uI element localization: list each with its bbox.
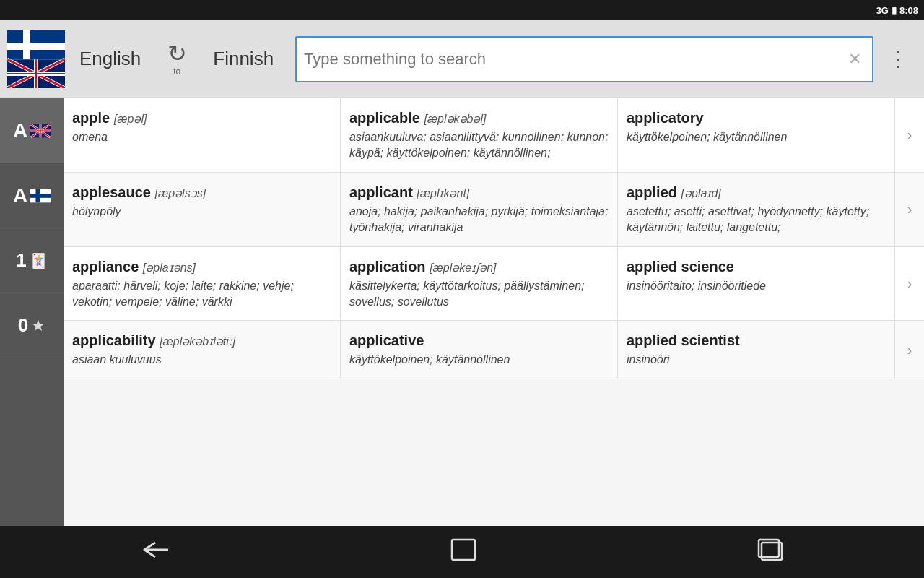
word-entry: application [æpləkeɪʃən] bbox=[349, 257, 610, 276]
battery-icon: ▮ bbox=[892, 5, 897, 16]
content-area: A A bbox=[0, 98, 924, 526]
word-translation: käyttökelpoinen; käytännöllinen bbox=[627, 129, 887, 145]
svg-rect-2 bbox=[23, 30, 30, 59]
time-display: 8:08 bbox=[899, 5, 918, 16]
word-phonetic: [æplɪkənt] bbox=[417, 187, 469, 199]
word-entry: applicant [æplɪkənt] bbox=[349, 183, 610, 202]
search-clear-button[interactable]: ✕ bbox=[848, 50, 861, 69]
menu-button[interactable]: ⋮ bbox=[881, 47, 917, 71]
table-row[interactable]: applicable [æpləkəbəl] asiaankuuluva; as… bbox=[341, 98, 618, 173]
table-row[interactable]: applicative käyttökelpoinen; käytännölli… bbox=[341, 321, 618, 379]
search-bar[interactable]: ✕ bbox=[295, 36, 873, 82]
word-translation: käsittelykerta; käyttötarkoitus; päällys… bbox=[349, 278, 610, 311]
top-bar: English ↻ to Finnish ✕ ⋮ bbox=[0, 20, 924, 98]
signal-indicator: 3G bbox=[876, 5, 889, 16]
table-row[interactable]: application [æpləkeɪʃən] käsittelykerta;… bbox=[341, 247, 618, 322]
table-row[interactable]: appliance [əplaɪəns] aparaatti; härveli;… bbox=[64, 247, 341, 322]
table-row[interactable]: applied scientist insinööri bbox=[618, 321, 895, 379]
word-translation: anoja; hakija; paikanhakija; pyrkijä; to… bbox=[349, 204, 610, 236]
swap-label: to bbox=[173, 66, 180, 77]
status-bar: 3G ▮ 8:08 bbox=[0, 0, 924, 20]
sidebar-flashcard-count: 1 bbox=[16, 249, 26, 272]
sidebar: A A bbox=[0, 98, 64, 526]
word-entry: appliance [əplaɪəns] bbox=[72, 257, 333, 276]
dictionary-grid: apple [æpəl] omena applicable [æpləkəbəl… bbox=[64, 98, 924, 379]
word-translation: asiaan kuuluvuus bbox=[72, 352, 333, 368]
word-translation: insinööri bbox=[627, 352, 887, 368]
table-row[interactable]: applicatory käyttökelpoinen; käytännölli… bbox=[618, 98, 895, 173]
dictionary-content: apple [æpəl] omena applicable [æpləkəbəl… bbox=[64, 98, 924, 526]
word-entry: applied science bbox=[627, 257, 887, 276]
table-row[interactable]: applicability [æpləkəbɪlətiː] asiaan kuu… bbox=[64, 321, 341, 379]
word-entry: applied [əplaɪd] bbox=[627, 183, 887, 202]
table-row[interactable]: applicant [æplɪkənt] anoja; hakija; paik… bbox=[341, 173, 618, 247]
sidebar-item-flashcard[interactable]: 1 🃏 bbox=[0, 228, 64, 293]
word-phonetic: [əplaɪd] bbox=[681, 187, 721, 199]
target-language[interactable]: Finnish bbox=[199, 48, 288, 70]
source-language[interactable]: English bbox=[65, 48, 155, 70]
sidebar-alpha-letter: A bbox=[13, 119, 27, 142]
word-entry: applesauce [æpəlsɔs] bbox=[72, 183, 333, 202]
sidebar-item-alpha-english[interactable]: A bbox=[0, 98, 64, 163]
word-entry: applied scientist bbox=[627, 331, 887, 350]
word-translation: käyttökelpoinen; käytännöllinen bbox=[349, 352, 610, 368]
word-entry: applicatory bbox=[627, 108, 887, 127]
row-expand-arrow[interactable]: › bbox=[895, 247, 924, 322]
sidebar-item-favorites[interactable]: 0 ★ bbox=[0, 293, 64, 358]
table-row[interactable]: applied [əplaɪd] asetettu; asetti; asett… bbox=[618, 173, 895, 247]
sidebar-favorites-count: 0 bbox=[18, 314, 28, 337]
word-translation: asiaankuuluva; asiaanliittyvä; kunnollin… bbox=[349, 129, 610, 162]
word-phonetic: [æpləkeɪʃən] bbox=[430, 262, 496, 274]
svg-rect-11 bbox=[35, 59, 37, 88]
bottom-navigation bbox=[0, 526, 924, 578]
language-selector: English ↻ to Finnish ✕ ⋮ bbox=[65, 36, 917, 82]
swap-icon: ↻ bbox=[167, 42, 187, 65]
sidebar-item-alpha-finnish[interactable]: A bbox=[0, 163, 64, 228]
word-phonetic: [æpləkəbəl] bbox=[424, 113, 486, 125]
app-container: English ↻ to Finnish ✕ ⋮ A bbox=[0, 20, 924, 578]
word-translation: insinööritaito; insinööritiede bbox=[627, 278, 887, 294]
word-translation: hölynpöly bbox=[72, 204, 333, 220]
word-entry: applicable [æpləkəbəl] bbox=[349, 108, 610, 127]
row-expand-arrow[interactable]: › bbox=[895, 173, 924, 247]
svg-rect-21 bbox=[40, 124, 40, 137]
table-row[interactable]: applied science insinööritaito; insinöör… bbox=[618, 247, 895, 322]
word-entry: apple [æpəl] bbox=[72, 108, 333, 127]
svg-rect-24 bbox=[36, 189, 40, 202]
home-button[interactable] bbox=[422, 531, 505, 574]
recent-apps-button[interactable] bbox=[728, 531, 812, 574]
word-entry: applicative bbox=[349, 331, 610, 350]
language-flag bbox=[7, 30, 65, 88]
swap-languages-button[interactable]: ↻ to bbox=[155, 38, 199, 81]
flashcard-icon: 🃏 bbox=[30, 252, 48, 269]
sidebar-fi-letter: A bbox=[13, 184, 27, 207]
word-translation: asetettu; asetti; asettivat; hyödynnetty… bbox=[627, 204, 887, 236]
table-row[interactable]: apple [æpəl] omena bbox=[64, 98, 341, 173]
status-icons: 3G ▮ 8:08 bbox=[876, 5, 918, 16]
word-phonetic: [æpləkəbɪlətiː] bbox=[160, 335, 235, 348]
word-phonetic: [æpəlsɔs] bbox=[155, 187, 206, 199]
search-input[interactable] bbox=[304, 50, 848, 69]
svg-rect-23 bbox=[30, 194, 51, 198]
back-button[interactable] bbox=[112, 532, 199, 573]
table-row[interactable]: applesauce [æpəlsɔs] hölynpöly bbox=[64, 173, 341, 247]
star-icon: ★ bbox=[31, 316, 45, 335]
word-translation: aparaatti; härveli; koje; laite; rakkine… bbox=[72, 278, 333, 311]
word-entry: applicability [æpləkəbɪlətiː] bbox=[72, 331, 333, 350]
svg-rect-26 bbox=[452, 540, 475, 560]
svg-rect-1 bbox=[7, 43, 65, 50]
row-expand-arrow[interactable]: › bbox=[895, 98, 924, 173]
word-translation: omena bbox=[72, 129, 333, 145]
word-phonetic: [əplaɪəns] bbox=[143, 262, 196, 274]
word-phonetic: [æpəl] bbox=[114, 113, 147, 125]
row-expand-arrow[interactable]: › bbox=[895, 321, 924, 379]
